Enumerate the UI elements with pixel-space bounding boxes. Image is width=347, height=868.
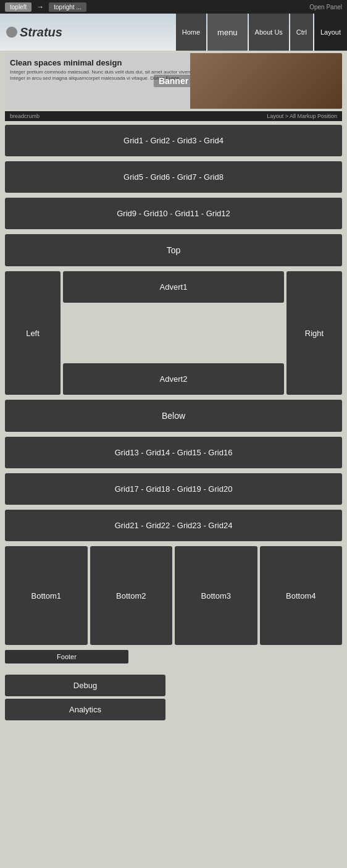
banner-headline: Clean spaces minimal design [10,58,195,67]
grid-row-6: Grid21 - Grid22 - Grid23 - Grid24 [5,510,342,541]
bottom4: Bottom4 [260,546,343,645]
nav-ctrl[interactable]: Ctrl [290,14,313,51]
action-buttons: Debug Analytics [0,672,347,725]
nav-about[interactable]: About Us [249,14,289,51]
middle-adverts: Advert1 Advert2 [63,271,284,395]
bottom1: Bottom1 [5,546,88,645]
top-section: Top [5,234,342,266]
debug-button[interactable]: Debug [5,675,165,696]
grid-row-5: Grid17 - Grid18 - Grid19 - Grid20 [5,473,342,505]
grid-row-1: Grid1 - Grid2 - Grid3 - Grid4 [5,125,342,156]
open-panel-link[interactable]: Open Panel [309,4,342,11]
breadcrumb-bar: breadcrumb Layout > All Markup Position [5,111,342,121]
left-sidebar: Left [5,271,61,395]
bottom3: Bottom3 [175,546,257,645]
admin-bar: topleft → topright ... Open Panel [0,0,347,14]
topright-label: topright [54,4,74,11]
middle-row: Left Advert1 Advert2 Right [5,271,342,395]
topright-button[interactable]: topright ... [49,2,86,12]
chair-decoration [190,53,342,109]
bottom-grid-row: Bottom1 Bottom2 Bottom3 Bottom4 [5,546,342,645]
arrow-icon: → [36,2,44,12]
admin-bar-right: Open Panel [309,4,342,11]
advert2-block: Advert2 [63,363,284,395]
banner-image [190,53,342,109]
site-logo: Stratus [6,25,62,40]
bottom2: Bottom2 [90,546,173,645]
grid-row-2: Grid5 - Grid6 - Grid7 - Grid8 [5,161,342,193]
banner-label: Banner [154,75,193,87]
site-header: Stratus Home menu About Us Ctrl Layout [0,14,347,51]
right-sidebar: Right [286,271,342,395]
topright-dots: ... [76,4,81,11]
breadcrumb-right: Layout > All Markup Position [267,113,337,119]
logo-circle-icon [6,27,17,38]
logo-text: Stratus [20,25,62,40]
advert1-block: Advert1 [63,271,284,303]
site-nav: Home menu About Us Ctrl Layout [175,14,347,51]
grid-row-4: Grid13 - Grid14 - Grid15 - Grid16 [5,437,342,468]
grid-row-3: Grid9 - Grid10 - Grid11 - Grid12 [5,198,342,229]
below-section: Below [5,400,342,432]
main-content: Clean spaces minimal design Integer pret… [0,51,347,672]
nav-home[interactable]: Home [176,14,206,51]
analytics-button[interactable]: Analytics [5,699,165,720]
admin-bar-left: topleft → topright ... [5,2,86,12]
breadcrumb-left: breadcrumb [10,113,40,119]
footer-bar: Footer [5,650,128,664]
nav-menu[interactable]: menu [207,14,248,51]
topleft-button[interactable]: topleft [5,2,31,12]
advert-spacer [63,305,284,361]
nav-layout[interactable]: Layout [314,14,347,51]
banner-section: Clean spaces minimal design Integer pret… [5,53,342,109]
